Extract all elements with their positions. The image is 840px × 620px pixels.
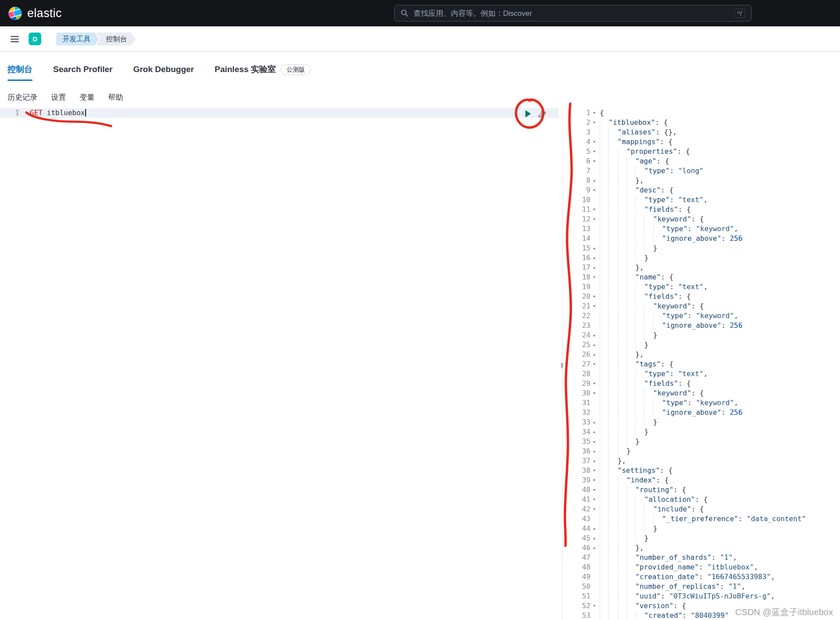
fold-toggle-icon[interactable]: ▾	[590, 601, 598, 611]
response-viewer[interactable]: 1▾{2▾ "itbluebox": {3 "aliases": {},4▾ "…	[566, 105, 840, 620]
response-line: 41▾ "allocation": {	[566, 495, 840, 504]
fold-toggle-icon[interactable]: ▴	[590, 524, 598, 533]
send-request-button[interactable]	[524, 110, 532, 118]
fold-toggle-icon[interactable]: ▾	[590, 214, 598, 224]
fold-toggle-icon[interactable]: ▾	[590, 137, 598, 147]
response-line: 33▴ }	[566, 417, 840, 427]
csdn-watermark: CSDN @蓝盒子itbluebox	[735, 606, 833, 618]
console-menu-item-帮助[interactable]: 帮助	[108, 92, 123, 102]
response-code: "provided_name": "itbluebox",	[600, 562, 758, 572]
response-code: },	[600, 350, 644, 359]
fold-toggle-icon[interactable]: ▾	[590, 185, 598, 195]
response-line-number: 18	[566, 272, 590, 282]
response-line: 45▴ }	[566, 533, 840, 543]
console-menu-item-变量[interactable]: 变量	[80, 92, 94, 102]
tab-Search Profiler[interactable]: Search Profiler	[53, 52, 112, 84]
tab-Painless 实验室[interactable]: Painless 实验室公测版	[214, 52, 310, 84]
fold-toggle-icon[interactable]: ▾	[590, 272, 598, 282]
elastic-logo[interactable]: elastic	[8, 6, 62, 21]
response-line: 36▴ }	[566, 446, 840, 456]
response-code: "type": "keyword",	[600, 398, 738, 408]
fold-toggle-icon[interactable]: ▴	[590, 243, 598, 253]
devtools-tabs: 控制台Search ProfilerGrok DebuggerPainless …	[0, 52, 840, 84]
fold-toggle-icon[interactable]: ▴	[590, 340, 598, 350]
response-code: "creation_date": "1667465533983",	[600, 572, 775, 582]
response-line-number: 6	[566, 156, 590, 166]
response-line-number: 48	[566, 562, 590, 572]
menu-button[interactable]	[10, 34, 20, 44]
response-line: 50 "number_of_replicas": "1",	[566, 582, 840, 591]
fold-toggle-icon[interactable]: ▴	[590, 176, 598, 185]
fold-toggle-icon[interactable]: ▴	[590, 456, 598, 466]
global-search-input[interactable]: 查找应用、内容等。例如：Discover ^/	[394, 5, 752, 22]
fold-toggle-icon[interactable]: ▴	[590, 350, 598, 359]
fold-toggle-icon[interactable]: ▾	[590, 504, 598, 514]
fold-spacer	[590, 582, 598, 591]
fold-toggle-icon[interactable]: ▴	[590, 446, 598, 456]
response-line-number: 23	[566, 321, 590, 330]
fold-toggle-icon[interactable]: ▾	[590, 466, 598, 475]
request-actions	[524, 109, 546, 119]
response-code: },	[600, 176, 644, 185]
panel-resize-handle[interactable]: ‖	[557, 360, 567, 370]
fold-toggle-icon[interactable]: ▾	[590, 379, 598, 388]
response-code: "type": "long"	[600, 166, 703, 176]
fold-toggle-icon[interactable]: ▴	[590, 253, 598, 263]
response-line: 21▾ "keyword": {	[566, 301, 840, 311]
response-line: 1▾{	[566, 108, 840, 118]
fold-toggle-icon[interactable]: ▾	[590, 359, 598, 369]
response-line-number: 12	[566, 214, 590, 224]
fold-spacer	[590, 553, 598, 562]
search-placeholder: 查找应用、内容等。例如：Discover	[413, 8, 532, 18]
response-line-number: 14	[566, 234, 590, 243]
elastic-logo-icon	[8, 6, 22, 21]
fold-toggle-icon[interactable]: ▾	[590, 205, 598, 214]
fold-toggle-icon[interactable]: ▴	[590, 417, 598, 427]
fold-toggle-icon[interactable]: ▴	[590, 330, 598, 340]
request-options-button[interactable]	[538, 110, 546, 118]
fold-toggle-icon[interactable]: ▾	[590, 485, 598, 495]
response-line-number: 47	[566, 553, 590, 562]
breadcrumb: 开发工具控制台	[56, 33, 136, 46]
editor-line[interactable]: 1GET itbluebox	[0, 108, 559, 118]
response-line-number: 28	[566, 369, 590, 379]
console-area: 1GET itbluebox ‖ 1▾{2▾ "itbluebox": {3 "…	[0, 105, 840, 620]
text-cursor	[85, 109, 86, 116]
fold-toggle-icon[interactable]: ▾	[590, 388, 598, 398]
response-code: },	[600, 263, 644, 272]
fold-toggle-icon[interactable]: ▾	[590, 156, 598, 166]
response-code: "_tier_preference": "data_content"	[600, 514, 806, 524]
fold-toggle-icon[interactable]: ▾	[590, 108, 598, 118]
response-code: "desc": {	[600, 185, 673, 195]
response-line-number: 19	[566, 282, 590, 292]
response-line-number: 27	[566, 359, 590, 369]
response-line: 9▾ "desc": {	[566, 185, 840, 195]
fold-toggle-icon[interactable]: ▴	[590, 427, 598, 437]
response-line: 5▾ "properties": {	[566, 147, 840, 156]
space-avatar[interactable]: D	[29, 33, 41, 45]
response-line: 4▾ "mappings": {	[566, 137, 840, 147]
console-menu-item-历史记录[interactable]: 历史记录	[7, 92, 37, 102]
fold-toggle-icon[interactable]: ▾	[590, 118, 598, 127]
fold-spacer	[590, 562, 598, 572]
fold-toggle-icon[interactable]: ▾	[590, 147, 598, 156]
fold-toggle-icon[interactable]: ▴	[590, 543, 598, 553]
tab-控制台[interactable]: 控制台	[7, 52, 33, 84]
response-code: }	[600, 533, 648, 543]
response-line: 29▾ "fields": {	[566, 379, 840, 388]
response-line-number: 10	[566, 195, 590, 205]
fold-toggle-icon[interactable]: ▴	[590, 263, 598, 272]
fold-toggle-icon[interactable]: ▾	[590, 301, 598, 311]
console-menu-item-设置[interactable]: 设置	[51, 92, 66, 102]
fold-toggle-icon[interactable]: ▴	[590, 437, 598, 446]
response-code: }	[600, 417, 657, 427]
fold-spacer	[590, 166, 598, 176]
fold-toggle-icon[interactable]: ▴	[590, 533, 598, 543]
request-editor[interactable]: 1GET itbluebox	[0, 105, 559, 620]
breadcrumb-item-1[interactable]: 开发工具	[56, 33, 99, 46]
fold-toggle-icon[interactable]: ▾	[590, 475, 598, 485]
tab-Grok Debugger[interactable]: Grok Debugger	[133, 52, 194, 84]
fold-toggle-icon[interactable]: ▾	[590, 292, 598, 301]
fold-toggle-icon[interactable]: ▾	[590, 495, 598, 504]
response-line: 30▾ "keyword": {	[566, 388, 840, 398]
